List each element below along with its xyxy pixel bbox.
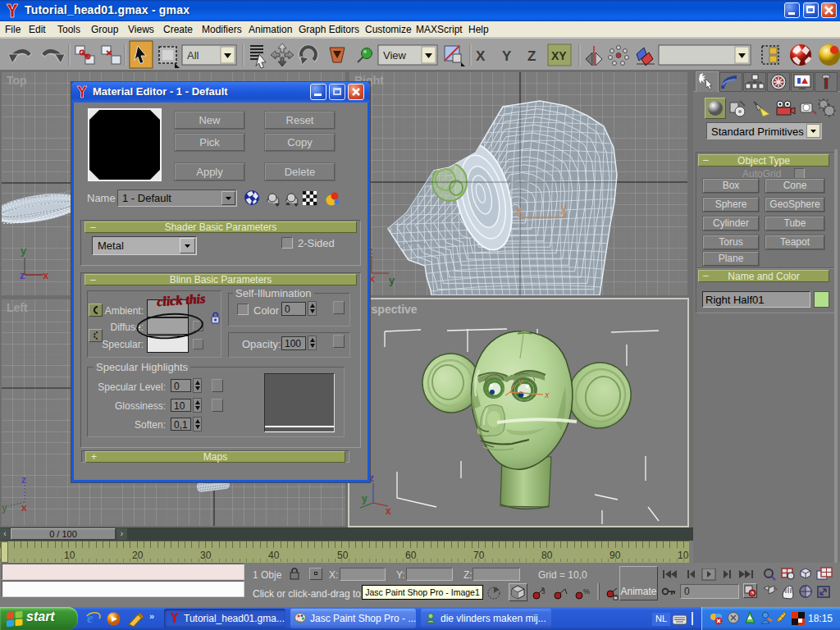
svg-text:3: 3 [541, 588, 546, 596]
svg-text:y: y [2, 502, 7, 514]
svg-text:X: X [476, 48, 486, 64]
svg-text:Z: Z [527, 48, 536, 64]
svg-text:XY: XY [551, 49, 567, 62]
svg-text:x: x [21, 502, 27, 514]
svg-text:Y: Y [502, 48, 512, 64]
svg-text:View: View [383, 49, 407, 62]
svg-text:x: x [544, 390, 550, 399]
svg-text:x: x [43, 269, 49, 281]
svg-text:z: z [21, 474, 26, 486]
svg-text:y: y [362, 493, 368, 504]
svg-text:All: All [187, 49, 199, 62]
svg-text:z: z [20, 269, 25, 281]
svg-text:x: x [386, 505, 391, 517]
svg-text:y: y [21, 244, 27, 257]
svg-text:x: x [369, 272, 376, 285]
svg-text:x: x [515, 203, 522, 216]
svg-text:%: % [583, 587, 590, 596]
svg-text:y: y [389, 274, 395, 286]
